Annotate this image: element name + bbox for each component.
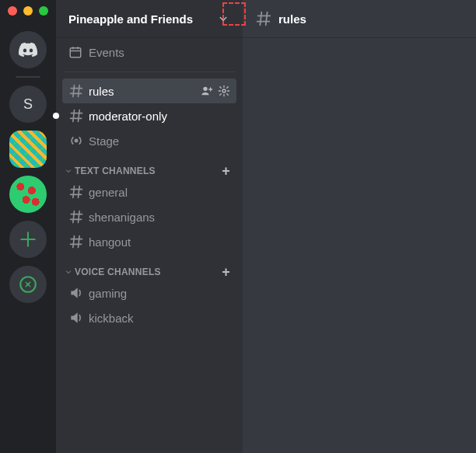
events-button[interactable]: Events bbox=[56, 37, 243, 67]
channel-name: shenanigans bbox=[89, 211, 230, 224]
text-channel-icon bbox=[68, 184, 84, 200]
add-server-button[interactable] bbox=[9, 221, 47, 258]
guild-item[interactable] bbox=[9, 176, 47, 213]
channel-list: rulesmoderator-onlyStageTEXT CHANNELS+ge… bbox=[56, 78, 243, 330]
chevron-down-icon bbox=[64, 166, 73, 176]
channel-settings-button[interactable] bbox=[218, 85, 230, 97]
add-channel-button[interactable]: + bbox=[222, 166, 230, 176]
channel-name: general bbox=[89, 186, 230, 199]
close-window-button[interactable] bbox=[8, 6, 17, 16]
channel-name: gaming bbox=[89, 287, 230, 300]
svg-point-4 bbox=[222, 89, 226, 92]
text-channel-icon bbox=[68, 209, 84, 225]
channel-name: hangout bbox=[89, 235, 230, 249]
guild-item[interactable] bbox=[9, 131, 47, 168]
channel-name: moderator-only bbox=[89, 110, 230, 123]
voice-channel-icon bbox=[68, 285, 84, 301]
channel-item[interactable]: rules bbox=[62, 78, 236, 103]
main-content: rules bbox=[243, 0, 476, 453]
server-menu-button[interactable] bbox=[216, 12, 230, 26]
channel-name: kickback bbox=[89, 312, 230, 325]
stage-channel-icon bbox=[68, 133, 84, 148]
create-invite-button[interactable] bbox=[201, 85, 213, 97]
chevron-down-icon bbox=[216, 12, 230, 26]
chevron-down-icon bbox=[64, 267, 73, 277]
channel-item[interactable]: general bbox=[62, 179, 236, 204]
explore-servers-button[interactable] bbox=[9, 266, 47, 303]
server-name: Pineapple and Friends bbox=[68, 12, 193, 26]
channel-header: rules bbox=[243, 0, 476, 37]
compass-icon bbox=[18, 274, 38, 294]
add-channel-button[interactable]: + bbox=[222, 267, 230, 277]
channel-category[interactable]: TEXT CHANNELS+ bbox=[62, 153, 236, 179]
maximize-window-button[interactable] bbox=[39, 6, 48, 16]
channel-item[interactable]: kickback bbox=[62, 305, 236, 330]
unread-indicator bbox=[53, 113, 59, 119]
divider bbox=[64, 71, 235, 72]
channel-item[interactable]: shenanigans bbox=[62, 204, 236, 229]
channel-name: Stage bbox=[89, 134, 230, 148]
guild-separator bbox=[16, 76, 40, 78]
svg-point-5 bbox=[75, 139, 79, 143]
channel-name: rules bbox=[89, 85, 196, 98]
channel-category[interactable]: VOICE CHANNELS+ bbox=[62, 254, 236, 281]
category-label: VOICE CHANNELS bbox=[75, 267, 222, 277]
home-button[interactable] bbox=[9, 31, 47, 68]
channel-item[interactable]: moderator-only bbox=[62, 103, 236, 128]
calendar-icon bbox=[68, 45, 82, 59]
channel-title: rules bbox=[278, 12, 306, 26]
svg-rect-2 bbox=[70, 48, 81, 57]
channel-item[interactable]: gaming bbox=[62, 281, 236, 305]
text-channel-icon bbox=[68, 83, 84, 99]
events-label: Events bbox=[89, 46, 124, 59]
voice-channel-icon bbox=[68, 310, 84, 326]
svg-point-3 bbox=[203, 87, 207, 91]
channel-item[interactable]: hangout bbox=[62, 229, 236, 254]
guild-item[interactable]: S bbox=[9, 85, 47, 123]
text-channel-icon bbox=[68, 108, 84, 124]
window-traffic-lights bbox=[8, 6, 48, 16]
discord-logo-icon bbox=[18, 40, 38, 60]
hash-icon bbox=[255, 10, 272, 27]
channel-sidebar: Pineapple and Friends Events rulesmodera… bbox=[56, 0, 243, 453]
plus-icon bbox=[18, 229, 38, 249]
category-label: TEXT CHANNELS bbox=[75, 166, 222, 176]
minimize-window-button[interactable] bbox=[23, 6, 33, 16]
server-header[interactable]: Pineapple and Friends bbox=[56, 0, 243, 37]
guild-rail: S bbox=[0, 0, 56, 453]
channel-item[interactable]: Stage bbox=[62, 128, 236, 153]
text-channel-icon bbox=[68, 234, 84, 249]
